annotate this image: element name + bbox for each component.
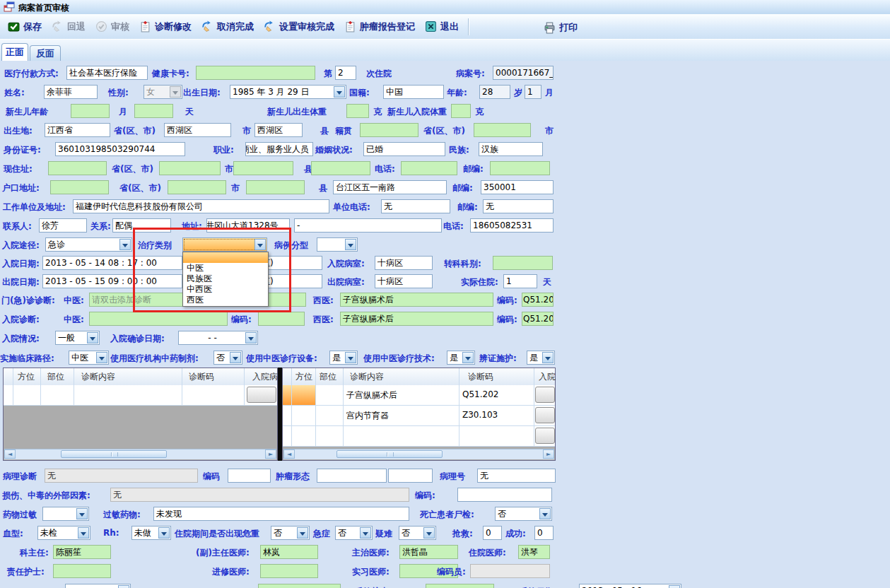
admission-western-input[interactable]: 子宫纵膈术后 (340, 312, 493, 326)
nurse-input[interactable] (53, 564, 111, 578)
table-row[interactable] (4, 385, 277, 406)
birthplace-city-input[interactable]: 西湖区 (164, 123, 231, 137)
newborn-birth-weight-input[interactable] (346, 104, 369, 118)
pathology-no-input[interactable]: 无 (477, 469, 556, 483)
horizontal-scrollbar[interactable]: ◄ ► (4, 449, 276, 459)
registered-city-input[interactable] (168, 180, 226, 194)
chevron-down-icon[interactable] (462, 352, 474, 363)
table-row[interactable]: 子宫纵膈术后 Q51.202 (283, 385, 555, 406)
chevron-down-icon[interactable] (539, 508, 551, 519)
chevron-down-icon[interactable] (78, 527, 89, 539)
admission-path-select[interactable]: 急诊 (45, 237, 132, 252)
exit-button[interactable]: 退出 (420, 17, 464, 37)
birthplace-province-input[interactable]: 江西省 (45, 123, 110, 137)
relation-input[interactable]: 配偶 (112, 218, 171, 233)
admission-tcm-code-input[interactable] (258, 312, 305, 326)
discharge-ward-input[interactable]: 十病区 (375, 274, 433, 288)
marital-input[interactable]: 已婚 (363, 142, 445, 156)
chevron-down-icon[interactable] (96, 352, 107, 363)
qc-nurse-input[interactable] (426, 584, 494, 588)
scroll-right-arrow[interactable]: ► (265, 449, 276, 459)
chevron-down-icon[interactable] (345, 352, 356, 363)
injury-factor-input[interactable]: 无 (110, 488, 409, 502)
registered-province-input[interactable] (50, 180, 109, 194)
detail-button[interactable] (535, 407, 555, 423)
chevron-down-icon[interactable] (542, 352, 554, 363)
tab-front[interactable]: 正面 (1, 43, 28, 61)
tumor-morphology-input-2[interactable] (388, 469, 433, 483)
work-zip-input[interactable]: 无 (483, 199, 554, 213)
bottom-green-input[interactable] (258, 584, 341, 588)
case-type-select[interactable] (317, 237, 358, 252)
age-months-input[interactable]: 1 (525, 85, 541, 99)
outpatient-western-input[interactable]: 子宫纵膈术后 (340, 293, 493, 307)
actual-days-input[interactable]: 1 (503, 274, 537, 288)
attending-input[interactable]: 洪哲晶 (399, 545, 458, 559)
detail-button[interactable] (535, 387, 555, 403)
audit-button[interactable]: 审核 (90, 17, 134, 37)
treatment-type-select[interactable] (182, 237, 267, 252)
dropdown-item[interactable]: 民族医 (183, 274, 268, 284)
qc-date-select[interactable]: 2013 - 05 - 16 (579, 584, 681, 588)
id-number-input[interactable]: 360103198503290744 (55, 142, 185, 156)
transfer-dept-input[interactable] (493, 256, 553, 270)
admission-datetime-input[interactable]: 2013 - 05 - 14 08 : 17 : 00 (42, 256, 182, 270)
allergy-drug-input[interactable]: 未发现 (153, 507, 409, 521)
scroll-left-arrow[interactable]: ◄ (4, 449, 16, 459)
pay-method-input[interactable]: 社会基本医疗保险 (66, 66, 148, 80)
gender-select[interactable]: 女 (144, 85, 182, 99)
contact-name-input[interactable]: 徐芳 (39, 218, 87, 233)
newborn-admit-weight-input[interactable] (451, 104, 471, 118)
rh-select[interactable]: 未做 (131, 526, 171, 540)
selected-cell[interactable] (283, 385, 315, 405)
nationality-input[interactable]: 中国 (383, 85, 444, 99)
syndrome-care-select[interactable]: 是 (527, 351, 555, 365)
scrollbar-thumb[interactable] (61, 450, 167, 458)
admission-seq-input[interactable]: 2 (335, 66, 356, 80)
birth-date-select[interactable]: 1985 年 3 月 29 日 (230, 85, 346, 99)
table-row[interactable]: 宫内节育器 Z30.103 (283, 406, 555, 426)
autopsy-select[interactable]: 否 (495, 507, 552, 521)
current-city-input[interactable] (159, 161, 221, 175)
chevron-down-icon[interactable] (87, 332, 98, 343)
contact-address2-input[interactable]: - (294, 218, 442, 233)
work-phone-input[interactable]: 无 (381, 199, 450, 213)
current-street-input[interactable] (311, 161, 370, 175)
critical-select[interactable]: 否 (271, 526, 310, 540)
native-province-input[interactable] (360, 123, 418, 137)
chevron-down-icon[interactable] (76, 508, 88, 519)
tcm-tech-select[interactable]: 是 (447, 351, 475, 365)
diagnosis-edit-button[interactable]: 诊断修改 (134, 17, 197, 37)
current-province-input[interactable] (48, 161, 107, 175)
occupation-input[interactable]: 商业、服务业人员 (245, 142, 313, 156)
scroll-right-arrow[interactable]: ► (543, 449, 554, 459)
current-phone-input[interactable] (401, 161, 457, 175)
clinical-path-select[interactable]: 中医 (69, 351, 109, 365)
dept-chief-input[interactable]: 陈丽笙 (53, 545, 111, 559)
save-button[interactable]: 保存 (3, 17, 47, 37)
record-no-input[interactable]: 0000171667_0 (493, 66, 554, 80)
scrollbar-thumb[interactable] (336, 450, 443, 458)
horizontal-scrollbar[interactable]: ◄ ► (283, 449, 554, 459)
contact-address-input[interactable]: 井冈山大道1328号 (206, 218, 290, 233)
scroll-left-arrow[interactable]: ◄ (283, 449, 295, 459)
dropdown-item[interactable]: 西医 (183, 295, 268, 305)
admission-code-input[interactable]: Q51.202 (522, 312, 554, 326)
tumor-report-button[interactable]: 肿瘤报告登记 (339, 17, 420, 37)
outpatient-code-input[interactable]: Q51.202 (522, 293, 554, 307)
chevron-down-icon[interactable] (669, 585, 680, 588)
cancel-complete-button[interactable]: 取消完成 (197, 17, 259, 37)
tab-back[interactable]: 反面 (30, 45, 61, 61)
chevron-down-icon[interactable] (230, 352, 241, 363)
name-input[interactable]: 余菲菲 (44, 85, 98, 99)
detail-button[interactable] (247, 387, 276, 403)
chevron-down-icon[interactable] (423, 527, 435, 539)
age-years-input[interactable]: 28 (479, 85, 510, 99)
admission-ward-input[interactable]: 十病区 (375, 256, 433, 270)
registered-street-input[interactable]: 台江区五一南路 (333, 180, 447, 194)
confirm-date-select[interactable]: - - (178, 331, 258, 345)
admission-condition-select[interactable]: 一般 (55, 331, 100, 345)
dropdown-item[interactable]: 中医 (183, 263, 268, 274)
chevron-down-icon[interactable] (360, 527, 371, 539)
print-button[interactable]: 打印 (539, 18, 582, 37)
